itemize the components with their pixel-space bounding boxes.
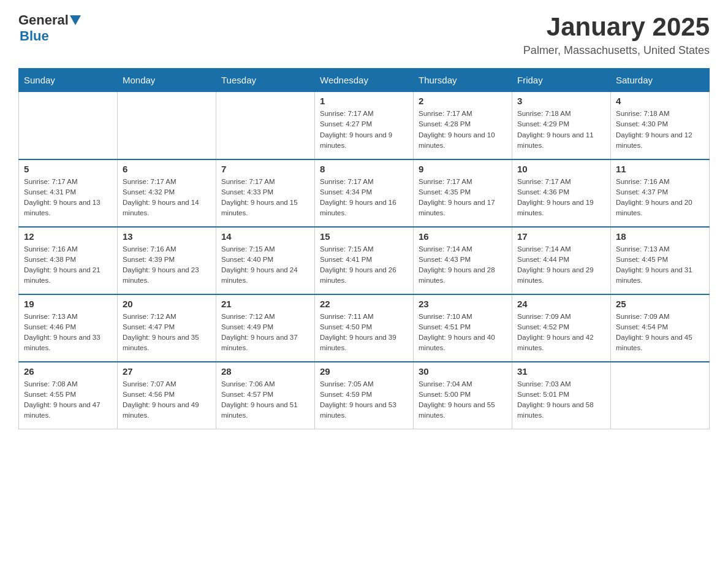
day-number: 10 [517, 164, 605, 174]
cell-week5-day1: 26Sunrise: 7:08 AM Sunset: 4:55 PM Dayli… [19, 362, 118, 429]
title-block: January 2025 Palmer, Massachusetts, Unit… [523, 12, 710, 57]
day-info: Sunrise: 7:17 AM Sunset: 4:27 PM Dayligh… [320, 109, 408, 151]
cell-week4-day1: 19Sunrise: 7:13 AM Sunset: 4:46 PM Dayli… [19, 294, 118, 362]
day-info: Sunrise: 7:03 AM Sunset: 5:01 PM Dayligh… [517, 379, 605, 421]
day-number: 21 [221, 299, 309, 309]
day-info: Sunrise: 7:14 AM Sunset: 4:43 PM Dayligh… [419, 244, 507, 286]
day-info: Sunrise: 7:11 AM Sunset: 4:50 PM Dayligh… [320, 312, 408, 354]
cell-week3-day6: 17Sunrise: 7:14 AM Sunset: 4:44 PM Dayli… [512, 227, 611, 294]
day-number: 13 [123, 231, 211, 242]
day-info: Sunrise: 7:05 AM Sunset: 4:59 PM Dayligh… [320, 379, 408, 421]
logo-blue-text: Blue [20, 28, 49, 44]
cell-week5-day3: 28Sunrise: 7:06 AM Sunset: 4:57 PM Dayli… [216, 362, 315, 429]
day-info: Sunrise: 7:17 AM Sunset: 4:33 PM Dayligh… [221, 177, 309, 219]
day-info: Sunrise: 7:17 AM Sunset: 4:35 PM Dayligh… [419, 177, 507, 219]
day-info: Sunrise: 7:09 AM Sunset: 4:54 PM Dayligh… [616, 312, 704, 354]
day-info: Sunrise: 7:09 AM Sunset: 4:52 PM Dayligh… [517, 312, 605, 354]
header-thursday: Thursday [414, 69, 512, 92]
cell-week5-day4: 29Sunrise: 7:05 AM Sunset: 4:59 PM Dayli… [315, 362, 414, 429]
month-title: January 2025 [523, 12, 710, 42]
cell-week4-day6: 24Sunrise: 7:09 AM Sunset: 4:52 PM Dayli… [512, 294, 611, 362]
header-friday: Friday [512, 69, 611, 92]
day-info: Sunrise: 7:15 AM Sunset: 4:40 PM Dayligh… [221, 244, 309, 286]
day-info: Sunrise: 7:08 AM Sunset: 4:55 PM Dayligh… [24, 379, 112, 421]
cell-week3-day4: 15Sunrise: 7:15 AM Sunset: 4:41 PM Dayli… [315, 227, 414, 294]
day-info: Sunrise: 7:13 AM Sunset: 4:45 PM Dayligh… [616, 244, 704, 286]
cell-week5-day2: 27Sunrise: 7:07 AM Sunset: 4:56 PM Dayli… [118, 362, 216, 429]
cell-week3-day5: 16Sunrise: 7:14 AM Sunset: 4:43 PM Dayli… [414, 227, 512, 294]
logo: General Blue [18, 12, 81, 44]
week-row-2: 5Sunrise: 7:17 AM Sunset: 4:31 PM Daylig… [19, 159, 710, 227]
day-number: 1 [320, 96, 408, 106]
header-tuesday: Tuesday [216, 69, 315, 92]
day-info: Sunrise: 7:06 AM Sunset: 4:57 PM Dayligh… [221, 379, 309, 421]
day-number: 2 [419, 96, 507, 106]
cell-week2-day5: 9Sunrise: 7:17 AM Sunset: 4:35 PM Daylig… [414, 159, 512, 227]
day-info: Sunrise: 7:16 AM Sunset: 4:37 PM Dayligh… [616, 177, 704, 219]
day-number: 9 [419, 164, 507, 174]
day-info: Sunrise: 7:04 AM Sunset: 5:00 PM Dayligh… [419, 379, 507, 421]
cell-week5-day6: 31Sunrise: 7:03 AM Sunset: 5:01 PM Dayli… [512, 362, 611, 429]
week-row-1: 1Sunrise: 7:17 AM Sunset: 4:27 PM Daylig… [19, 92, 710, 159]
day-info: Sunrise: 7:18 AM Sunset: 4:29 PM Dayligh… [517, 109, 605, 151]
day-number: 8 [320, 164, 408, 174]
cell-week1-day6: 3Sunrise: 7:18 AM Sunset: 4:29 PM Daylig… [512, 92, 611, 159]
day-info: Sunrise: 7:17 AM Sunset: 4:34 PM Dayligh… [320, 177, 408, 219]
day-info: Sunrise: 7:15 AM Sunset: 4:41 PM Dayligh… [320, 244, 408, 286]
day-number: 6 [123, 164, 211, 174]
calendar-header-row: Sunday Monday Tuesday Wednesday Thursday… [19, 69, 710, 92]
cell-week3-day7: 18Sunrise: 7:13 AM Sunset: 4:45 PM Dayli… [611, 227, 710, 294]
day-info: Sunrise: 7:13 AM Sunset: 4:46 PM Dayligh… [24, 312, 112, 354]
day-number: 16 [419, 231, 507, 242]
cell-week4-day3: 21Sunrise: 7:12 AM Sunset: 4:49 PM Dayli… [216, 294, 315, 362]
cell-week5-day7 [611, 362, 710, 429]
cell-week2-day6: 10Sunrise: 7:17 AM Sunset: 4:36 PM Dayli… [512, 159, 611, 227]
day-info: Sunrise: 7:16 AM Sunset: 4:38 PM Dayligh… [24, 244, 112, 286]
day-info: Sunrise: 7:10 AM Sunset: 4:51 PM Dayligh… [419, 312, 507, 354]
header-saturday: Saturday [611, 69, 710, 92]
week-row-5: 26Sunrise: 7:08 AM Sunset: 4:55 PM Dayli… [19, 362, 710, 429]
day-number: 3 [517, 96, 605, 106]
day-number: 4 [616, 96, 704, 106]
day-info: Sunrise: 7:12 AM Sunset: 4:49 PM Dayligh… [221, 312, 309, 354]
day-number: 27 [123, 366, 211, 377]
cell-week2-day7: 11Sunrise: 7:16 AM Sunset: 4:37 PM Dayli… [611, 159, 710, 227]
header-monday: Monday [118, 69, 216, 92]
day-info: Sunrise: 7:07 AM Sunset: 4:56 PM Dayligh… [123, 379, 211, 421]
day-number: 24 [517, 299, 605, 309]
cell-week3-day3: 14Sunrise: 7:15 AM Sunset: 4:40 PM Dayli… [216, 227, 315, 294]
day-number: 30 [419, 366, 507, 377]
cell-week2-day2: 6Sunrise: 7:17 AM Sunset: 4:32 PM Daylig… [118, 159, 216, 227]
cell-week1-day4: 1Sunrise: 7:17 AM Sunset: 4:27 PM Daylig… [315, 92, 414, 159]
cell-week3-day2: 13Sunrise: 7:16 AM Sunset: 4:39 PM Dayli… [118, 227, 216, 294]
day-number: 18 [616, 231, 704, 242]
day-info: Sunrise: 7:17 AM Sunset: 4:36 PM Dayligh… [517, 177, 605, 219]
cell-week2-day1: 5Sunrise: 7:17 AM Sunset: 4:31 PM Daylig… [19, 159, 118, 227]
day-number: 23 [419, 299, 507, 309]
day-number: 26 [24, 366, 112, 377]
day-number: 17 [517, 231, 605, 242]
day-info: Sunrise: 7:17 AM Sunset: 4:31 PM Dayligh… [24, 177, 112, 219]
day-number: 14 [221, 231, 309, 242]
header-wednesday: Wednesday [315, 69, 414, 92]
day-number: 11 [616, 164, 704, 174]
cell-week4-day4: 22Sunrise: 7:11 AM Sunset: 4:50 PM Dayli… [315, 294, 414, 362]
calendar-table: Sunday Monday Tuesday Wednesday Thursday… [18, 68, 710, 429]
day-number: 22 [320, 299, 408, 309]
cell-week1-day2 [118, 92, 216, 159]
day-number: 15 [320, 231, 408, 242]
day-info: Sunrise: 7:16 AM Sunset: 4:39 PM Dayligh… [123, 244, 211, 286]
location-title: Palmer, Massachusetts, United States [523, 44, 710, 57]
day-info: Sunrise: 7:18 AM Sunset: 4:30 PM Dayligh… [616, 109, 704, 151]
logo-triangle-icon [70, 15, 81, 26]
cell-week2-day4: 8Sunrise: 7:17 AM Sunset: 4:34 PM Daylig… [315, 159, 414, 227]
day-info: Sunrise: 7:17 AM Sunset: 4:28 PM Dayligh… [419, 109, 507, 151]
logo-general-text: General [18, 12, 69, 28]
day-number: 20 [123, 299, 211, 309]
day-number: 12 [24, 231, 112, 242]
day-number: 7 [221, 164, 309, 174]
svg-marker-0 [70, 15, 81, 25]
page-header: General Blue January 2025 Palmer, Massac… [18, 12, 710, 57]
cell-week1-day7: 4Sunrise: 7:18 AM Sunset: 4:30 PM Daylig… [611, 92, 710, 159]
cell-week5-day5: 30Sunrise: 7:04 AM Sunset: 5:00 PM Dayli… [414, 362, 512, 429]
